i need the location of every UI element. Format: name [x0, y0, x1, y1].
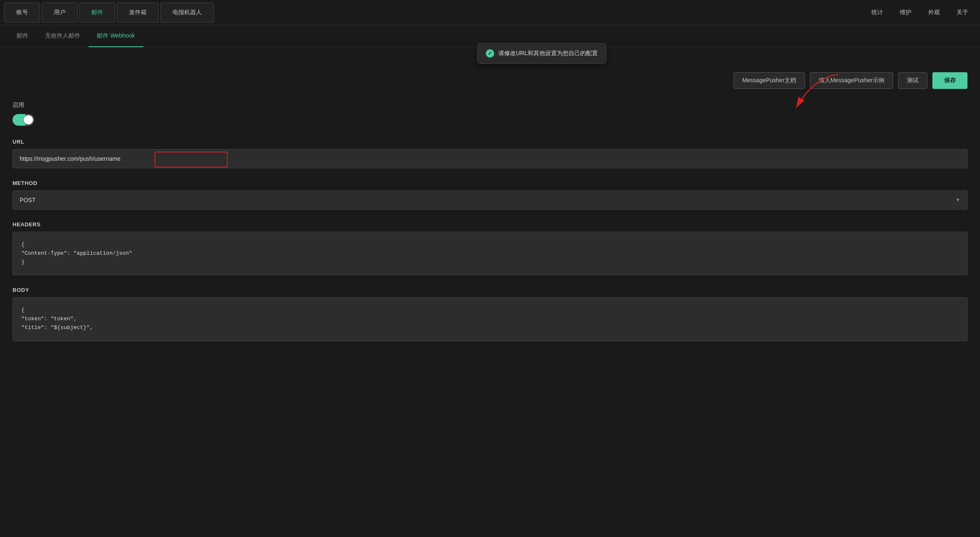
enable-label: 启用 — [13, 101, 967, 109]
nav-tab-external[interactable]: 外观 — [920, 3, 948, 22]
save-button[interactable]: 保存 — [932, 72, 967, 89]
chevron-down-icon: ▼ — [955, 197, 960, 203]
body-line-0: { — [21, 306, 959, 315]
headers-label: HEADERS — [13, 221, 967, 228]
sub-tab-mail[interactable]: 邮件 — [8, 25, 37, 47]
example-button[interactable]: 填入MessagePusher示例 — [810, 72, 893, 89]
toast-text: 请修改URL和其他设置为您自己的配置 — [498, 50, 598, 57]
headers-line-0: { — [21, 241, 959, 249]
nav-tab-email[interactable]: 邮件 — [79, 3, 115, 23]
body-label: BODY — [13, 287, 967, 293]
method-select[interactable]: POST ▼ — [13, 190, 967, 210]
method-section: METHOD POST ▼ — [13, 180, 967, 210]
url-section: URL — [13, 139, 967, 168]
body-section: BODY { "token": "token", "title": "${sub… — [13, 287, 967, 341]
nav-tab-telegram[interactable]: 电报机器人 — [160, 3, 214, 23]
sub-tab-no-recipient[interactable]: 无收件人邮件 — [37, 25, 89, 47]
nav-tab-maintenance[interactable]: 维护 — [891, 3, 920, 22]
nav-tab-users[interactable]: 用户 — [42, 3, 78, 23]
headers-code-block[interactable]: { "Content-Type": "application/json" } — [13, 232, 967, 275]
nav-tab-account[interactable]: 账号 — [4, 3, 40, 23]
headers-line-2: } — [21, 258, 959, 267]
method-value: POST — [20, 197, 36, 203]
headers-section: HEADERS { "Content-Type": "application/j… — [13, 221, 967, 275]
url-label: URL — [13, 139, 967, 145]
test-button[interactable]: 测试 — [898, 72, 927, 89]
nav-tab-outbox[interactable]: 发件箱 — [117, 3, 159, 23]
enable-section: 启用 — [13, 101, 967, 127]
headers-line-1: "Content-Type": "application/json" — [21, 249, 959, 258]
toast-success-icon: ✓ — [486, 49, 494, 58]
nav-right-group: 统计 维护 外观 关于 — [863, 0, 977, 25]
sub-tab-webhook[interactable]: 邮件 Webhook — [89, 25, 143, 47]
url-input-wrapper — [13, 149, 967, 168]
body-code-block[interactable]: { "token": "token", "title": "${subject}… — [13, 297, 967, 341]
toast-notification: ✓ 请修改URL和其他设置为您自己的配置 — [477, 43, 607, 64]
nav-tab-stats[interactable]: 统计 — [863, 3, 891, 22]
enable-toggle[interactable] — [13, 114, 34, 126]
action-row: MessagePusher文档 填入MessagePusher示例 测试 保存 — [13, 72, 967, 89]
body-line-2: "title": "${subject}", — [21, 324, 959, 332]
url-input[interactable] — [13, 149, 967, 168]
doc-button[interactable]: MessagePusher文档 — [734, 72, 805, 89]
toggle-knob — [24, 115, 33, 124]
body-line-1: "token": "token", — [21, 315, 959, 324]
top-nav: 账号 用户 邮件 发件箱 电报机器人 统计 维护 外观 关于 — [0, 0, 980, 25]
method-label: METHOD — [13, 180, 967, 186]
main-content: ✓ 请修改URL和其他设置为您自己的配置 MessagePusher文档 填入M… — [0, 47, 980, 361]
nav-tab-about[interactable]: 关于 — [948, 3, 977, 22]
